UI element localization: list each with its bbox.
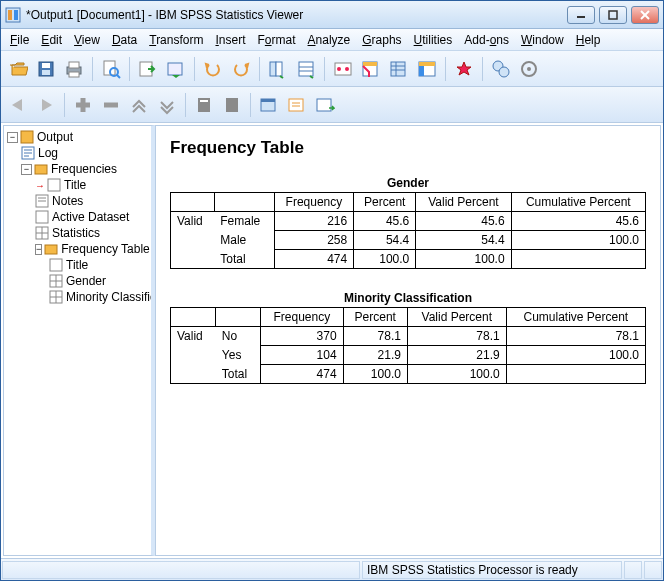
demote-button[interactable] xyxy=(98,92,124,118)
goto-data-button[interactable] xyxy=(265,56,291,82)
print-button[interactable] xyxy=(61,56,87,82)
show-button[interactable] xyxy=(191,92,217,118)
use-sets-button[interactable] xyxy=(414,56,440,82)
table-icon xyxy=(49,274,63,288)
collapse-button[interactable] xyxy=(154,92,180,118)
svg-rect-20 xyxy=(299,62,313,76)
recall-dialog-button[interactable] xyxy=(163,56,189,82)
menu-window[interactable]: Window xyxy=(516,31,569,49)
svg-rect-27 xyxy=(391,62,405,76)
col-header: Cumulative Percent xyxy=(511,193,645,212)
forward-button[interactable] xyxy=(33,92,59,118)
goto-case-button[interactable] xyxy=(293,56,319,82)
col-header: Percent xyxy=(343,308,407,327)
cell: 54.4 xyxy=(354,231,416,250)
tree-frequencies[interactable]: Frequencies xyxy=(51,162,117,176)
outline-pane[interactable]: −Output Log −Frequencies →Title Notes Ac… xyxy=(3,125,155,556)
cell: 370 xyxy=(261,327,343,346)
tree-notes[interactable]: Notes xyxy=(52,194,83,208)
row-label: No xyxy=(216,327,261,346)
tree-output[interactable]: Output xyxy=(37,130,73,144)
undo-button[interactable] xyxy=(200,56,226,82)
menu-view[interactable]: View xyxy=(69,31,105,49)
cell: 78.1 xyxy=(407,327,506,346)
split-file-button[interactable] xyxy=(488,56,514,82)
document-pane[interactable]: Frequency Table GenderFrequencyPercentVa… xyxy=(155,125,661,556)
weight-cases-button[interactable] xyxy=(516,56,542,82)
menu-transform[interactable]: Transform xyxy=(144,31,208,49)
table-row: Male25854.454.4100.0 xyxy=(171,231,646,250)
svg-rect-54 xyxy=(45,245,57,254)
cell: 104 xyxy=(261,346,343,365)
toolbar-main xyxy=(1,51,663,87)
toolbar-nav xyxy=(1,87,663,123)
log-icon xyxy=(21,146,35,160)
collapse-icon[interactable]: − xyxy=(7,132,18,143)
collapse-icon[interactable]: − xyxy=(35,244,42,255)
minimize-button[interactable] xyxy=(567,6,595,24)
menu-help[interactable]: Help xyxy=(571,31,606,49)
tree-active[interactable]: Active Dataset xyxy=(52,210,129,224)
print-preview-button[interactable] xyxy=(98,56,124,82)
hide-button[interactable] xyxy=(219,92,245,118)
tree-ft-title[interactable]: Title xyxy=(66,258,88,272)
close-button[interactable] xyxy=(631,6,659,24)
save-button[interactable] xyxy=(33,56,59,82)
redo-button[interactable] xyxy=(228,56,254,82)
menu-format[interactable]: Format xyxy=(253,31,301,49)
frequency-table: FrequencyPercentValid PercentCumulative … xyxy=(170,192,646,269)
svg-rect-55 xyxy=(50,259,62,271)
col-header: Frequency xyxy=(274,193,354,212)
menu-graphs[interactable]: Graphs xyxy=(357,31,406,49)
row-stub: Valid xyxy=(171,212,215,231)
app-window: *Output1 [Document1] - IBM SPSS Statisti… xyxy=(0,0,664,581)
folder-icon xyxy=(44,242,58,256)
back-button[interactable] xyxy=(5,92,31,118)
promote-button[interactable] xyxy=(70,92,96,118)
designate-window-button[interactable] xyxy=(451,56,477,82)
tree-freq-table[interactable]: Frequency Table xyxy=(61,242,150,256)
select-cases-button[interactable] xyxy=(358,56,384,82)
tree-ft-gender[interactable]: Gender xyxy=(66,274,106,288)
variables-button[interactable] xyxy=(330,56,356,82)
menu-addons[interactable]: Add-ons xyxy=(459,31,514,49)
table-icon xyxy=(35,226,49,240)
collapse-icon[interactable]: − xyxy=(21,164,32,175)
svg-rect-32 xyxy=(419,62,435,66)
tree-log[interactable]: Log xyxy=(38,146,58,160)
value-labels-button[interactable] xyxy=(386,56,412,82)
cell: 100.0 xyxy=(354,250,416,269)
menu-data[interactable]: Data xyxy=(107,31,142,49)
row-label: Total xyxy=(214,250,274,269)
cell: 54.4 xyxy=(416,231,511,250)
tree-title[interactable]: Title xyxy=(64,178,86,192)
menu-utilities[interactable]: Utilities xyxy=(409,31,458,49)
svg-rect-17 xyxy=(168,63,182,75)
open-button[interactable] xyxy=(5,56,31,82)
cell xyxy=(511,250,645,269)
menu-file[interactable]: File xyxy=(5,31,34,49)
status-slot xyxy=(644,561,662,579)
cell: 100.0 xyxy=(407,365,506,384)
export-button[interactable] xyxy=(135,56,161,82)
insert-heading-button[interactable] xyxy=(256,92,282,118)
expand-button[interactable] xyxy=(126,92,152,118)
svg-rect-48 xyxy=(48,179,60,191)
menu-insert[interactable]: Insert xyxy=(210,31,250,49)
menu-edit[interactable]: Edit xyxy=(36,31,67,49)
status-left xyxy=(2,561,360,579)
tree-ft-minority[interactable]: Minority Classification xyxy=(66,290,155,304)
insert-title-button[interactable] xyxy=(284,92,310,118)
row-label: Female xyxy=(214,212,274,231)
table-row: Total474100.0100.0 xyxy=(171,250,646,269)
tree-statistics[interactable]: Statistics xyxy=(52,226,100,240)
maximize-button[interactable] xyxy=(599,6,627,24)
content-area: −Output Log −Frequencies →Title Notes Ac… xyxy=(1,123,663,558)
menu-analyze[interactable]: Analyze xyxy=(303,31,356,49)
notes-icon xyxy=(35,194,49,208)
insert-text-button[interactable] xyxy=(312,92,338,118)
menubar: File Edit View Data Transform Insert For… xyxy=(1,29,663,51)
table-caption: Gender xyxy=(170,176,646,190)
row-stub xyxy=(171,231,215,250)
frequency-table: FrequencyPercentValid PercentCumulative … xyxy=(170,307,646,384)
